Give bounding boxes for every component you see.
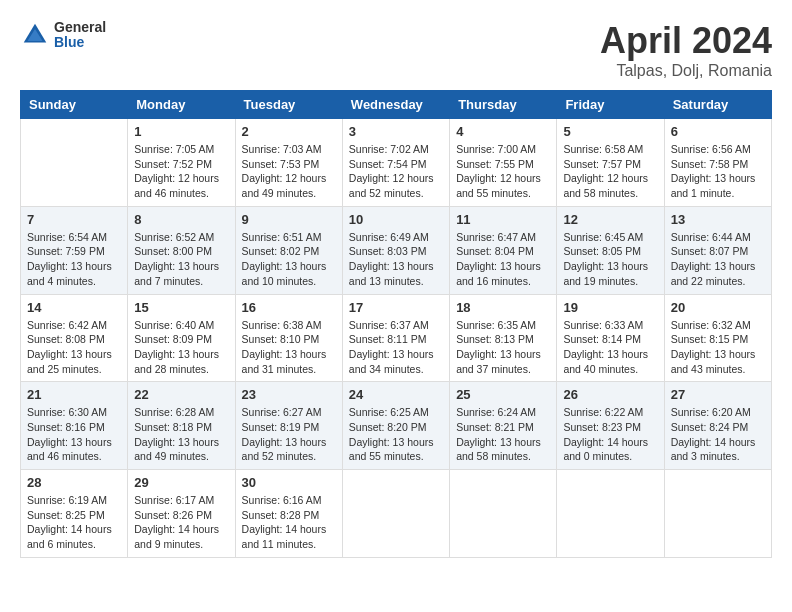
day-detail: Sunrise: 6:27 AM Sunset: 8:19 PM Dayligh… <box>242 405 336 464</box>
day-number: 8 <box>134 212 228 227</box>
calendar-cell: 21Sunrise: 6:30 AM Sunset: 8:16 PM Dayli… <box>21 382 128 470</box>
day-detail: Sunrise: 7:03 AM Sunset: 7:53 PM Dayligh… <box>242 142 336 201</box>
day-detail: Sunrise: 6:35 AM Sunset: 8:13 PM Dayligh… <box>456 318 550 377</box>
title-block: April 2024 Talpas, Dolj, Romania <box>600 20 772 80</box>
calendar-week-row: 14Sunrise: 6:42 AM Sunset: 8:08 PM Dayli… <box>21 294 772 382</box>
day-number: 23 <box>242 387 336 402</box>
month-title: April 2024 <box>600 20 772 62</box>
logo-general-text: General <box>54 20 106 35</box>
column-header-thursday: Thursday <box>450 91 557 119</box>
day-number: 10 <box>349 212 443 227</box>
day-detail: Sunrise: 6:24 AM Sunset: 8:21 PM Dayligh… <box>456 405 550 464</box>
day-number: 7 <box>27 212 121 227</box>
day-detail: Sunrise: 6:19 AM Sunset: 8:25 PM Dayligh… <box>27 493 121 552</box>
calendar-cell: 8Sunrise: 6:52 AM Sunset: 8:00 PM Daylig… <box>128 206 235 294</box>
day-number: 30 <box>242 475 336 490</box>
day-number: 1 <box>134 124 228 139</box>
column-header-tuesday: Tuesday <box>235 91 342 119</box>
column-header-wednesday: Wednesday <box>342 91 449 119</box>
day-number: 9 <box>242 212 336 227</box>
day-number: 4 <box>456 124 550 139</box>
calendar-cell: 10Sunrise: 6:49 AM Sunset: 8:03 PM Dayli… <box>342 206 449 294</box>
column-header-friday: Friday <box>557 91 664 119</box>
day-detail: Sunrise: 6:51 AM Sunset: 8:02 PM Dayligh… <box>242 230 336 289</box>
day-detail: Sunrise: 6:20 AM Sunset: 8:24 PM Dayligh… <box>671 405 765 464</box>
day-number: 5 <box>563 124 657 139</box>
calendar-cell: 23Sunrise: 6:27 AM Sunset: 8:19 PM Dayli… <box>235 382 342 470</box>
calendar-week-row: 28Sunrise: 6:19 AM Sunset: 8:25 PM Dayli… <box>21 470 772 558</box>
calendar-cell: 15Sunrise: 6:40 AM Sunset: 8:09 PM Dayli… <box>128 294 235 382</box>
column-header-saturday: Saturday <box>664 91 771 119</box>
day-number: 15 <box>134 300 228 315</box>
calendar-cell: 4Sunrise: 7:00 AM Sunset: 7:55 PM Daylig… <box>450 119 557 207</box>
day-number: 20 <box>671 300 765 315</box>
day-number: 28 <box>27 475 121 490</box>
calendar-cell: 28Sunrise: 6:19 AM Sunset: 8:25 PM Dayli… <box>21 470 128 558</box>
logo-icon <box>20 20 50 50</box>
day-number: 25 <box>456 387 550 402</box>
day-detail: Sunrise: 7:00 AM Sunset: 7:55 PM Dayligh… <box>456 142 550 201</box>
calendar-cell: 16Sunrise: 6:38 AM Sunset: 8:10 PM Dayli… <box>235 294 342 382</box>
day-detail: Sunrise: 6:33 AM Sunset: 8:14 PM Dayligh… <box>563 318 657 377</box>
calendar-cell: 26Sunrise: 6:22 AM Sunset: 8:23 PM Dayli… <box>557 382 664 470</box>
day-detail: Sunrise: 6:37 AM Sunset: 8:11 PM Dayligh… <box>349 318 443 377</box>
calendar-week-row: 1Sunrise: 7:05 AM Sunset: 7:52 PM Daylig… <box>21 119 772 207</box>
day-detail: Sunrise: 6:22 AM Sunset: 8:23 PM Dayligh… <box>563 405 657 464</box>
logo-text: General Blue <box>54 20 106 51</box>
calendar-cell: 11Sunrise: 6:47 AM Sunset: 8:04 PM Dayli… <box>450 206 557 294</box>
logo: General Blue <box>20 20 106 51</box>
day-number: 18 <box>456 300 550 315</box>
day-detail: Sunrise: 7:05 AM Sunset: 7:52 PM Dayligh… <box>134 142 228 201</box>
calendar-cell <box>557 470 664 558</box>
page-header: General Blue April 2024 Talpas, Dolj, Ro… <box>20 20 772 80</box>
day-number: 12 <box>563 212 657 227</box>
calendar-cell: 20Sunrise: 6:32 AM Sunset: 8:15 PM Dayli… <box>664 294 771 382</box>
day-detail: Sunrise: 6:32 AM Sunset: 8:15 PM Dayligh… <box>671 318 765 377</box>
day-detail: Sunrise: 6:56 AM Sunset: 7:58 PM Dayligh… <box>671 142 765 201</box>
calendar-cell: 27Sunrise: 6:20 AM Sunset: 8:24 PM Dayli… <box>664 382 771 470</box>
calendar-cell: 3Sunrise: 7:02 AM Sunset: 7:54 PM Daylig… <box>342 119 449 207</box>
calendar-cell: 12Sunrise: 6:45 AM Sunset: 8:05 PM Dayli… <box>557 206 664 294</box>
calendar-cell: 14Sunrise: 6:42 AM Sunset: 8:08 PM Dayli… <box>21 294 128 382</box>
day-detail: Sunrise: 6:47 AM Sunset: 8:04 PM Dayligh… <box>456 230 550 289</box>
day-detail: Sunrise: 6:52 AM Sunset: 8:00 PM Dayligh… <box>134 230 228 289</box>
calendar-cell: 18Sunrise: 6:35 AM Sunset: 8:13 PM Dayli… <box>450 294 557 382</box>
calendar-cell: 7Sunrise: 6:54 AM Sunset: 7:59 PM Daylig… <box>21 206 128 294</box>
day-number: 22 <box>134 387 228 402</box>
calendar-cell: 25Sunrise: 6:24 AM Sunset: 8:21 PM Dayli… <box>450 382 557 470</box>
day-number: 19 <box>563 300 657 315</box>
day-number: 24 <box>349 387 443 402</box>
calendar-table: SundayMondayTuesdayWednesdayThursdayFrid… <box>20 90 772 558</box>
day-number: 16 <box>242 300 336 315</box>
day-detail: Sunrise: 6:54 AM Sunset: 7:59 PM Dayligh… <box>27 230 121 289</box>
location: Talpas, Dolj, Romania <box>600 62 772 80</box>
calendar-cell <box>664 470 771 558</box>
calendar-cell <box>21 119 128 207</box>
calendar-cell: 2Sunrise: 7:03 AM Sunset: 7:53 PM Daylig… <box>235 119 342 207</box>
calendar-cell: 29Sunrise: 6:17 AM Sunset: 8:26 PM Dayli… <box>128 470 235 558</box>
day-number: 17 <box>349 300 443 315</box>
calendar-cell: 24Sunrise: 6:25 AM Sunset: 8:20 PM Dayli… <box>342 382 449 470</box>
day-number: 27 <box>671 387 765 402</box>
day-number: 29 <box>134 475 228 490</box>
calendar-cell: 30Sunrise: 6:16 AM Sunset: 8:28 PM Dayli… <box>235 470 342 558</box>
day-detail: Sunrise: 6:25 AM Sunset: 8:20 PM Dayligh… <box>349 405 443 464</box>
day-detail: Sunrise: 6:28 AM Sunset: 8:18 PM Dayligh… <box>134 405 228 464</box>
column-header-sunday: Sunday <box>21 91 128 119</box>
calendar-cell: 22Sunrise: 6:28 AM Sunset: 8:18 PM Dayli… <box>128 382 235 470</box>
day-detail: Sunrise: 6:45 AM Sunset: 8:05 PM Dayligh… <box>563 230 657 289</box>
calendar-cell <box>342 470 449 558</box>
column-header-monday: Monday <box>128 91 235 119</box>
day-number: 3 <box>349 124 443 139</box>
day-detail: Sunrise: 6:38 AM Sunset: 8:10 PM Dayligh… <box>242 318 336 377</box>
day-detail: Sunrise: 7:02 AM Sunset: 7:54 PM Dayligh… <box>349 142 443 201</box>
day-number: 26 <box>563 387 657 402</box>
day-number: 11 <box>456 212 550 227</box>
calendar-week-row: 21Sunrise: 6:30 AM Sunset: 8:16 PM Dayli… <box>21 382 772 470</box>
day-detail: Sunrise: 6:44 AM Sunset: 8:07 PM Dayligh… <box>671 230 765 289</box>
calendar-cell: 9Sunrise: 6:51 AM Sunset: 8:02 PM Daylig… <box>235 206 342 294</box>
day-detail: Sunrise: 6:30 AM Sunset: 8:16 PM Dayligh… <box>27 405 121 464</box>
logo-blue-text: Blue <box>54 35 106 50</box>
day-detail: Sunrise: 6:16 AM Sunset: 8:28 PM Dayligh… <box>242 493 336 552</box>
day-number: 21 <box>27 387 121 402</box>
